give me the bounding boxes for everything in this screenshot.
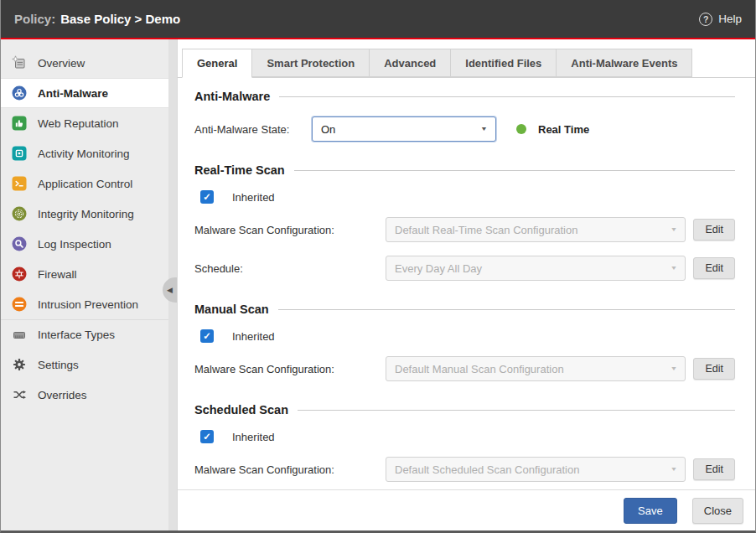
firewall-icon [12, 266, 27, 282]
section-manual-scan: Manual Scan [194, 303, 735, 316]
malware-scan-config-label: Malware Scan Configuration: [194, 363, 386, 375]
chevron-down-icon: ▼ [671, 265, 678, 272]
header-bar: Policy:Base Policy > Demo Help [1, 0, 755, 38]
inherited-label: Inherited [232, 191, 275, 204]
sidebar-item-settings[interactable]: Settings [1, 349, 168, 380]
manual-config-edit-button[interactable]: Edit [693, 358, 735, 380]
sidebar-item-label: Application Control [38, 178, 132, 190]
sidebar-item-log-inspection[interactable]: Log Inspection [1, 229, 168, 259]
tab-bar: General Smart Protection Advanced Identi… [178, 49, 755, 78]
manual-config-select: Default Manual Scan Configuration ▼ [386, 356, 686, 381]
section-rule [298, 410, 735, 411]
section-rule [278, 309, 735, 310]
sidebar-item-label: Overview [38, 57, 85, 70]
interface-types-icon [12, 328, 27, 343]
help-label: Help [718, 13, 742, 25]
section-scheduled-scan: Scheduled Scan [194, 403, 735, 417]
sidebar-item-anti-malware[interactable]: Anti-Malware [1, 78, 168, 108]
schedule-value: Every Day All Day [395, 262, 482, 275]
real-time-config-edit-button[interactable]: Edit [693, 219, 735, 241]
settings-icon [12, 357, 27, 372]
manual-inherited-checkbox[interactable] [200, 329, 214, 343]
main-content: General Smart Protection Advanced Identi… [177, 39, 755, 530]
schedule-label: Schedule: [194, 262, 386, 275]
sidebar-item-overrides[interactable]: Overrides [1, 380, 168, 410]
anti-malware-state-value: On [321, 123, 335, 136]
real-time-inherited-checkbox[interactable] [200, 190, 214, 204]
sidebar-item-activity-monitoring[interactable]: Activity Monitoring [1, 138, 168, 168]
help-icon [699, 13, 712, 26]
manual-config-value: Default Manual Scan Configuration [395, 363, 564, 375]
anti-malware-state-label: Anti-Malware State: [194, 123, 312, 136]
settings-panel: Anti-Malware Anti-Malware State: On ▼ Re… [178, 78, 755, 489]
section-rule [294, 170, 735, 171]
tab-advanced[interactable]: Advanced [369, 49, 451, 77]
sidebar-item-label: Log Inspection [38, 238, 111, 251]
anti-malware-state-select[interactable]: On ▼ [312, 116, 496, 142]
malware-scan-config-label: Malware Scan Configuration: [194, 224, 386, 236]
sidebar-item-label: Anti-Malware [38, 87, 108, 100]
section-title: Real-Time Scan [194, 163, 285, 177]
sidebar: Overview Anti-Malware Web Repu [1, 39, 168, 530]
page-title: Policy:Base Policy > Demo [14, 12, 180, 26]
scheduled-config-value: Default Scheduled Scan Configuration [395, 463, 579, 476]
status-dot [516, 124, 526, 134]
help-button[interactable]: Help [699, 13, 742, 26]
activity-monitoring-icon [12, 146, 27, 161]
malware-scan-config-label: Malware Scan Configuration: [194, 463, 386, 476]
schedule-edit-button[interactable]: Edit [693, 257, 735, 279]
scheduled-config-row: Malware Scan Configuration: Default Sche… [194, 457, 735, 482]
scheduled-config-edit-button[interactable]: Edit [693, 458, 735, 480]
real-time-inherited-row: Inherited [200, 190, 735, 204]
sidebar-item-interface-types[interactable]: Interface Types [1, 319, 168, 349]
scheduled-inherited-checkbox[interactable] [200, 430, 214, 443]
sidebar-item-integrity-monitoring[interactable]: Integrity Monitoring [1, 199, 168, 229]
tab-smart-protection[interactable]: Smart Protection [251, 49, 370, 77]
log-inspection-icon [12, 236, 27, 251]
integrity-monitoring-icon [12, 206, 27, 221]
section-title: Scheduled Scan [194, 403, 288, 417]
real-time-config-select: Default Real-Time Scan Configuration ▼ [386, 217, 686, 242]
application-control-icon [12, 176, 27, 191]
sidebar-item-web-reputation[interactable]: Web Reputation [1, 108, 168, 138]
sidebar-item-label: Web Reputation [38, 117, 119, 130]
overview-icon [12, 55, 27, 70]
sidebar-item-label: Integrity Monitoring [38, 208, 134, 220]
sidebar-item-label: Interface Types [38, 329, 115, 341]
real-time-config-value: Default Real-Time Scan Configuration [395, 224, 577, 236]
sidebar-item-label: Activity Monitoring [38, 147, 130, 160]
tab-identified-files[interactable]: Identified Files [450, 49, 557, 77]
sidebar-item-label: Overrides [38, 389, 87, 401]
sidebar-item-intrusion-prevention[interactable]: Intrusion Prevention [1, 289, 168, 319]
web-reputation-icon [12, 116, 27, 131]
section-rule [279, 96, 735, 97]
inherited-label: Inherited [232, 330, 275, 343]
scheduled-inherited-row: Inherited [200, 430, 735, 443]
tab-general[interactable]: General [182, 49, 252, 78]
policy-editor-window: Policy:Base Policy > Demo Help Overview [0, 0, 756, 533]
sidebar-item-label: Firewall [38, 268, 77, 281]
intrusion-prevention-icon [12, 297, 27, 312]
section-anti-malware: Anti-Malware [194, 90, 735, 103]
sidebar-item-overview[interactable]: Overview [1, 48, 168, 78]
overrides-icon [12, 387, 27, 402]
real-time-schedule-row: Schedule: Every Day All Day ▼ Edit [194, 256, 735, 281]
title-prefix: Policy: [14, 12, 55, 26]
sidebar-item-firewall[interactable]: Firewall [1, 259, 168, 289]
section-real-time-scan: Real-Time Scan [194, 163, 735, 177]
sidebar-item-application-control[interactable]: Application Control [1, 168, 168, 199]
manual-inherited-row: Inherited [200, 329, 735, 343]
tab-anti-malware-events[interactable]: Anti-Malware Events [556, 49, 692, 77]
title-path: Base Policy > Demo [60, 12, 180, 26]
sidebar-item-label: Intrusion Prevention [38, 298, 138, 311]
manual-config-row: Malware Scan Configuration: Default Manu… [194, 356, 735, 381]
section-title: Manual Scan [194, 303, 269, 316]
scheduled-config-select: Default Scheduled Scan Configuration ▼ [386, 457, 686, 482]
schedule-select: Every Day All Day ▼ [386, 256, 686, 281]
section-title: Anti-Malware [194, 90, 270, 103]
close-button[interactable]: Close [692, 498, 743, 524]
save-button[interactable]: Save [624, 498, 677, 524]
inherited-label: Inherited [232, 431, 275, 443]
status-label: Real Time [538, 123, 589, 136]
chevron-down-icon: ▼ [671, 466, 678, 473]
